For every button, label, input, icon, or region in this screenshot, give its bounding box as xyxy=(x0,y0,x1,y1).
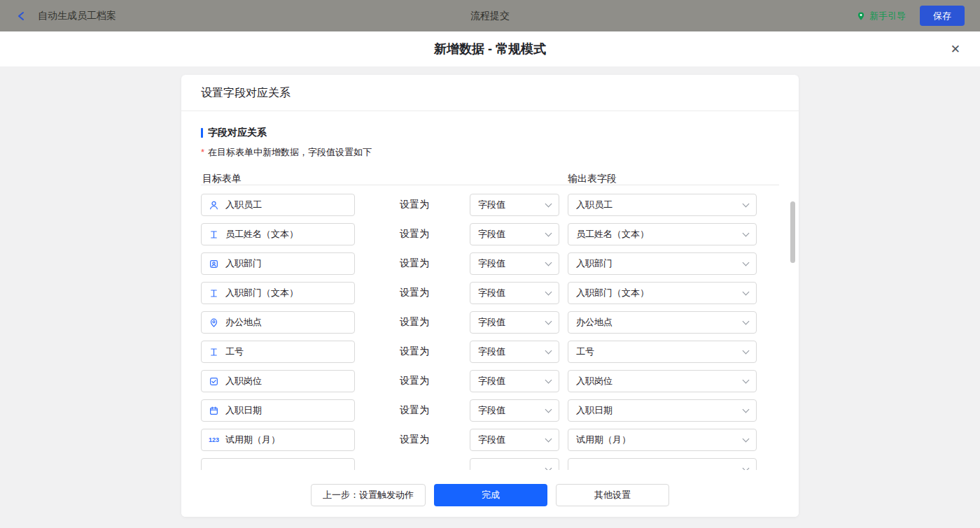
section-note: *在目标表单中新增数据，字段值设置如下 xyxy=(201,146,779,159)
output-field-select[interactable]: 入职岗位 xyxy=(568,370,757,392)
chevron-down-icon xyxy=(743,406,750,413)
set-as-label: 设置为 xyxy=(400,404,433,417)
target-field-label: 试用期（月） xyxy=(225,434,280,446)
card-header-title: 设置字段对应关系 xyxy=(181,75,799,111)
output-field-select[interactable]: 员工姓名（文本） xyxy=(568,223,757,245)
output-field-select[interactable] xyxy=(568,458,757,470)
target-field-box[interactable]: 入职岗位 xyxy=(201,370,355,392)
chevron-down-icon xyxy=(743,230,750,237)
scrollbar-thumb[interactable] xyxy=(790,201,795,263)
chevron-down-icon xyxy=(545,318,552,325)
column-target-form: 目标表单 xyxy=(202,173,241,185)
field-mapping-row: 123试用期（月）设置为字段值试用期（月） xyxy=(201,429,779,451)
output-field-select[interactable]: 试用期（月） xyxy=(568,429,757,451)
output-field-select[interactable]: 入职部门 xyxy=(568,252,757,275)
field-mapping-card: 设置字段对应关系 字段对应关系 *在目标表单中新增数据，字段值设置如下 目标表单… xyxy=(181,75,799,517)
field-mapping-row: 入职日期设置为字段值入职日期 xyxy=(201,399,779,422)
modal-title: 新增数据 - 常规模式 xyxy=(434,41,546,57)
close-icon[interactable]: ✕ xyxy=(948,39,963,59)
chevron-down-icon xyxy=(545,289,552,296)
output-field-select[interactable]: 入职部门（文本） xyxy=(568,282,757,304)
set-as-label: 设置为 xyxy=(400,257,433,270)
chevron-down-icon xyxy=(743,465,750,470)
guide-link[interactable]: 新手引导 xyxy=(856,10,906,22)
output-field-select[interactable]: 入职员工 xyxy=(568,194,757,216)
set-as-label: 设置为 xyxy=(400,375,433,387)
target-field-box[interactable]: 入职部门（文本） xyxy=(201,282,355,304)
chevron-down-icon xyxy=(743,436,750,443)
output-field-select[interactable]: 工号 xyxy=(568,341,757,363)
value-type-select[interactable]: 字段值 xyxy=(470,311,559,334)
value-type-selected: 字段值 xyxy=(478,287,505,299)
page-body: 设置字段对应关系 字段对应关系 *在目标表单中新增数据，字段值设置如下 目标表单… xyxy=(0,66,980,528)
set-as-label: 设置为 xyxy=(400,434,433,446)
card-footer: 上一步：设置触发动作 完成 其他设置 xyxy=(181,473,799,517)
field-mapping-row: 入职员工设置为字段值入职员工 xyxy=(201,194,779,216)
chevron-down-icon xyxy=(545,465,552,470)
back-icon[interactable] xyxy=(15,10,28,22)
target-field-box[interactable]: 入职日期 xyxy=(201,399,355,422)
page-title: 自动生成员工档案 xyxy=(38,10,116,22)
scrollbar-track xyxy=(790,201,795,484)
output-field-select[interactable]: 办公地点 xyxy=(568,311,757,334)
output-field-selected: 办公地点 xyxy=(576,316,612,329)
target-field-label: 工号 xyxy=(225,345,244,358)
target-field-label: 入职岗位 xyxy=(225,375,262,387)
select-icon xyxy=(208,376,220,387)
output-field-selected: 工号 xyxy=(576,345,594,358)
value-type-select[interactable] xyxy=(470,458,559,470)
output-field-select[interactable]: 入职日期 xyxy=(568,399,757,422)
target-field-box[interactable] xyxy=(201,458,355,470)
value-type-select[interactable]: 字段值 xyxy=(470,429,559,451)
target-field-box[interactable]: 工号 xyxy=(201,341,355,363)
value-type-select[interactable]: 字段值 xyxy=(470,223,559,245)
value-type-selected: 字段值 xyxy=(478,404,505,417)
output-field-selected: 员工姓名（文本） xyxy=(576,228,649,241)
done-button[interactable]: 完成 xyxy=(434,484,547,506)
prev-step-button[interactable]: 上一步：设置触发动作 xyxy=(311,484,426,506)
target-field-box[interactable]: 员工姓名（文本） xyxy=(201,223,355,245)
calendar-icon xyxy=(208,405,220,417)
target-field-box[interactable]: 123试用期（月） xyxy=(201,429,355,451)
set-as-label: 设置为 xyxy=(400,199,433,211)
value-type-select[interactable]: 字段值 xyxy=(470,252,559,275)
chevron-down-icon xyxy=(743,259,750,266)
value-type-select[interactable]: 字段值 xyxy=(470,370,559,392)
value-type-select[interactable]: 字段值 xyxy=(470,282,559,304)
chevron-down-icon xyxy=(743,377,750,384)
target-field-box[interactable]: 入职员工 xyxy=(201,194,355,216)
text-field-icon xyxy=(208,229,220,241)
card-content: 字段对应关系 *在目标表单中新增数据，字段值设置如下 目标表单 输出表字段 入职… xyxy=(181,127,799,470)
field-mapping-row: 工号设置为字段值工号 xyxy=(201,341,779,363)
field-mapping-row: 入职部门（文本）设置为字段值入职部门（文本） xyxy=(201,282,779,304)
output-field-selected: 入职部门 xyxy=(576,257,612,270)
chevron-down-icon xyxy=(545,259,552,266)
target-field-label: 入职部门 xyxy=(225,257,262,270)
value-type-select[interactable]: 字段值 xyxy=(470,399,559,422)
text-field-icon xyxy=(208,287,220,299)
target-field-box[interactable]: 办公地点 xyxy=(201,311,355,334)
value-type-selected: 字段值 xyxy=(478,434,505,446)
value-type-selected: 字段值 xyxy=(478,375,505,387)
save-button[interactable]: 保存 xyxy=(920,6,965,26)
field-mapping-row: 入职岗位设置为字段值入职岗位 xyxy=(201,370,779,392)
target-field-box[interactable]: 入职部门 xyxy=(201,252,355,275)
chevron-down-icon xyxy=(545,230,552,237)
person-icon xyxy=(208,199,220,211)
chevron-down-icon xyxy=(743,348,750,355)
chevron-down-icon xyxy=(743,318,750,325)
field-mapping-row: 入职部门设置为字段值入职部门 xyxy=(201,252,779,275)
set-as-label: 设置为 xyxy=(400,316,433,329)
value-type-select[interactable]: 字段值 xyxy=(470,194,559,216)
other-settings-button[interactable]: 其他设置 xyxy=(556,484,669,506)
output-field-selected: 入职日期 xyxy=(576,404,612,417)
set-as-label: 设置为 xyxy=(400,287,433,299)
chevron-down-icon xyxy=(545,377,552,384)
number-icon: 123 xyxy=(208,434,220,446)
value-type-selected: 字段值 xyxy=(478,345,505,358)
output-field-selected: 入职岗位 xyxy=(576,375,612,387)
column-output-field: 输出表字段 xyxy=(568,173,617,185)
output-field-selected: 入职员工 xyxy=(576,199,612,211)
output-field-selected: 入职部门（文本） xyxy=(576,287,649,299)
value-type-select[interactable]: 字段值 xyxy=(470,341,559,363)
